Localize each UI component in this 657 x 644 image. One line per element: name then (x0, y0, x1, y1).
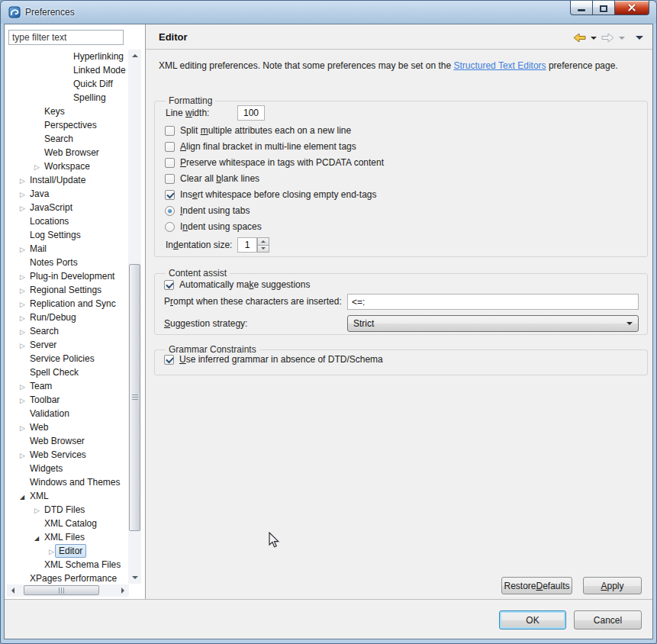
maximize-button[interactable] (593, 1, 615, 15)
indent-tabs-radio[interactable] (165, 206, 175, 216)
tree-item-xml-catalog[interactable]: XML Catalog (5, 517, 127, 530)
insert-whitespace-row[interactable]: Insert whitespace before closing empty e… (165, 188, 377, 201)
horizontal-scroll-thumb[interactable] (24, 585, 99, 595)
tree-item-server[interactable]: ▷Server (5, 338, 127, 352)
clear-blank-lines-row[interactable]: Clear all blank lines (165, 172, 259, 185)
tree-item-spell-check[interactable]: Spell Check (5, 365, 127, 379)
spinner-down-button[interactable] (257, 246, 269, 253)
collapsed-twistie-icon[interactable]: ▷ (20, 270, 30, 284)
preserve-whitespace-checkbox[interactable] (165, 158, 175, 168)
tree-item-log-settings[interactable]: Log Settings (5, 228, 127, 242)
tree-item-keys[interactable]: Keys (5, 105, 127, 118)
indent-tabs-row[interactable]: Indent using tabs (165, 204, 250, 217)
titlebar[interactable]: Preferences (1, 1, 656, 24)
tree-item-service-policies[interactable]: Service Policies (5, 352, 127, 365)
line-width-input[interactable] (237, 105, 265, 121)
tree-item-editor[interactable]: ▷Editor (5, 544, 127, 558)
indentation-size-stepper[interactable] (257, 237, 269, 253)
auto-suggest-row[interactable]: Automatically make suggestions (164, 278, 310, 291)
tree-item-web-browser[interactable]: Web Browser (5, 146, 127, 159)
indent-spaces-row[interactable]: Indent using spaces (165, 220, 262, 233)
expanded-twistie-icon[interactable]: ◢ (20, 491, 30, 504)
back-history-dropdown-icon[interactable] (591, 37, 597, 40)
collapsed-twistie-icon[interactable]: ▷ (20, 201, 30, 215)
scroll-up-button[interactable] (128, 50, 141, 62)
suggestion-strategy-select[interactable]: Strict (347, 315, 639, 332)
forward-arrow-icon[interactable] (601, 33, 614, 43)
tree-item-hyperlinking[interactable]: Hyperlinking (5, 50, 127, 63)
tree-item-web-browser[interactable]: Web Browser (5, 434, 127, 448)
filter-input[interactable] (8, 30, 124, 45)
close-button[interactable] (615, 1, 649, 15)
cancel-button[interactable]: Cancel (574, 610, 642, 630)
collapsed-twistie-icon[interactable]: ▷ (34, 504, 44, 517)
inferred-grammar-row[interactable]: Use inferred grammar in absence of DTD/S… (164, 353, 383, 366)
split-attributes-row[interactable]: Split multiple attributes each on a new … (165, 124, 351, 137)
minimize-button[interactable] (570, 1, 593, 15)
tree-item-search[interactable]: ▷Search (5, 324, 127, 338)
indentation-size-input[interactable] (237, 237, 257, 253)
tree-item-xml-schema-files[interactable]: XML Schema Files (5, 558, 127, 572)
structured-text-editors-link[interactable]: Structured Text Editors (453, 60, 546, 71)
tree-item-web[interactable]: ▷Web (5, 420, 127, 434)
tree-item-validation[interactable]: Validation (5, 407, 127, 420)
ok-button[interactable]: OK (499, 610, 566, 630)
collapsed-twistie-icon[interactable]: ▷ (20, 394, 30, 407)
tree-item-quick-diff[interactable]: Quick Diff (5, 77, 127, 91)
preserve-whitespace-row[interactable]: Preserve whitespace in tags with PCDATA … (165, 156, 384, 169)
scroll-right-button[interactable] (117, 584, 129, 597)
forward-history-dropdown-icon[interactable] (619, 37, 625, 40)
tree-item-java[interactable]: ▷Java (5, 187, 127, 201)
tree-item-spelling[interactable]: Spelling (5, 91, 127, 105)
collapsed-twistie-icon[interactable]: ▷ (20, 284, 30, 298)
apply-button[interactable]: Apply (583, 577, 642, 594)
tree-item-replication-and-sync[interactable]: ▷Replication and Sync (5, 297, 127, 311)
prompt-characters-input[interactable] (347, 294, 639, 310)
tree-item-run-debug[interactable]: ▷Run/Debug (5, 311, 127, 324)
tree-item-javascript[interactable]: ▷JavaScript (5, 201, 127, 214)
collapsed-twistie-icon[interactable]: ▷ (20, 449, 30, 462)
collapsed-twistie-icon[interactable]: ▷ (20, 311, 30, 325)
align-bracket-checkbox[interactable] (165, 142, 175, 152)
expanded-twistie-icon[interactable]: ◢ (34, 532, 44, 546)
scroll-down-button[interactable] (128, 572, 141, 584)
tree-item-notes-ports[interactable]: Notes Ports (5, 256, 127, 269)
collapsed-twistie-icon[interactable]: ▷ (20, 325, 30, 339)
scroll-left-button[interactable] (7, 584, 19, 597)
restore-defaults-button[interactable]: Restore Defaults (501, 577, 572, 594)
tree-item-install-update[interactable]: ▷Install/Update (5, 173, 127, 187)
vertical-scroll-thumb[interactable] (129, 264, 140, 531)
tree-item-toolbar[interactable]: ▷Toolbar (5, 393, 127, 407)
collapsed-twistie-icon[interactable]: ▷ (20, 339, 30, 353)
tree-item-plug-in-development[interactable]: ▷Plug-in Development (5, 269, 127, 283)
tree-item-perspectives[interactable]: Perspectives (5, 118, 127, 132)
collapsed-twistie-icon[interactable]: ▷ (20, 380, 30, 394)
collapsed-twistie-icon[interactable]: ▷ (34, 160, 44, 174)
tree-item-dtd-files[interactable]: ▷DTD Files (5, 503, 127, 517)
insert-whitespace-checkbox[interactable] (165, 190, 175, 200)
tree-item-windows-and-themes[interactable]: Windows and Themes (5, 475, 127, 489)
tree-item-widgets[interactable]: Widgets (5, 462, 127, 475)
clear-blank-lines-checkbox[interactable] (165, 174, 175, 184)
tree-item-regional-settings[interactable]: ▷Regional Settings (5, 283, 127, 297)
inferred-grammar-checkbox[interactable] (164, 355, 174, 365)
collapsed-twistie-icon[interactable]: ▷ (20, 298, 30, 311)
tree-item-xml[interactable]: ◢XML (5, 489, 127, 503)
indent-spaces-radio[interactable] (165, 222, 175, 232)
tree-item-search[interactable]: Search (5, 132, 127, 146)
tree-item-linked-mode[interactable]: Linked Mode (5, 63, 127, 77)
tree-item-xml-files[interactable]: ◢XML Files (5, 530, 127, 544)
back-arrow-icon[interactable] (573, 33, 586, 43)
tree-vertical-scrollbar[interactable] (128, 50, 141, 584)
tree-item-workspace[interactable]: ▷Workspace (5, 159, 127, 173)
tree-item-web-services[interactable]: ▷Web Services (5, 448, 127, 462)
tree-horizontal-scrollbar[interactable] (7, 584, 129, 597)
collapsed-twistie-icon[interactable]: ▷ (20, 243, 30, 256)
collapsed-twistie-icon[interactable]: ▷ (20, 421, 30, 435)
auto-suggest-checkbox[interactable] (164, 280, 174, 290)
align-bracket-row[interactable]: Align final bracket in multi-line elemen… (165, 140, 356, 153)
tree-item-xpages-performance[interactable]: XPages Performance (5, 572, 127, 584)
view-menu-icon[interactable] (636, 36, 643, 40)
spinner-up-button[interactable] (257, 237, 269, 246)
tree-item-team[interactable]: ▷Team (5, 379, 127, 393)
